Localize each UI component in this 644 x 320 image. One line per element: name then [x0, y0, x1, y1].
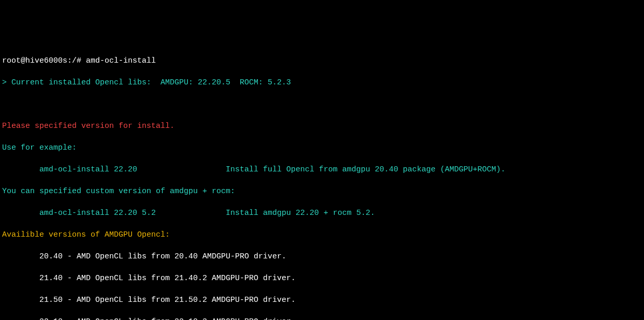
prompt-command: amd-ocl-install: [81, 56, 156, 65]
example-custom-header: You can specified custom version of amdg…: [2, 186, 642, 197]
status-amdgpu-ver: 22.20.5: [198, 78, 230, 87]
prompt-path: :/#: [67, 56, 81, 65]
amdgpu-row: 21.50 - AMD OpenCL libs from 21.50.2 AMD…: [2, 295, 642, 306]
prompt-line[interactable]: root@hive6000s:/# amd-ocl-install: [2, 55, 642, 66]
amdgpu-row: 22.10 - AMD OpenCL libs from 22.10.3 AMD…: [2, 316, 642, 320]
status-rocm-ver: 5.2.3: [268, 78, 291, 87]
amdgpu-header: Availible versions of AMDGPU Opencl:: [2, 229, 642, 240]
status-amdgpu-label: AMDGPU:: [160, 78, 198, 87]
error-line: Please specified version for install.: [2, 121, 642, 132]
status-rocm-label: ROCM:: [230, 78, 268, 87]
status-label: Current installed Opencl libs:: [11, 78, 160, 87]
prompt-user-host: root@hive6000s: [2, 56, 67, 65]
amdgpu-row: 20.40 - AMD OpenCL libs from 20.40 AMDGP…: [2, 251, 642, 262]
status-line: > Current installed Opencl libs: AMDGPU:…: [2, 77, 642, 88]
example-header: Use for example:: [2, 142, 642, 153]
example-cmd-2: amd-ocl-install 22.20 5.2 Install amdgpu…: [2, 208, 642, 219]
amdgpu-row: 21.40 - AMD OpenCL libs from 21.40.2 AMD…: [2, 273, 642, 284]
example-cmd-1: amd-ocl-install 22.20 Install full Openc…: [2, 164, 642, 175]
terminal-output: root@hive6000s:/# amd-ocl-install > Curr…: [2, 45, 642, 320]
status-prefix: >: [2, 78, 11, 87]
